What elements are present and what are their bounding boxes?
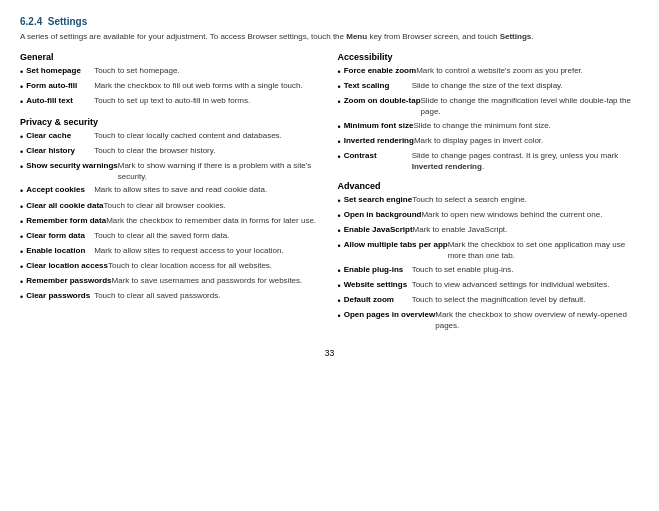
- general-list: Set homepage Touch to set homepage. Form…: [20, 66, 322, 108]
- item-desc: Touch to clear the browser history.: [94, 146, 321, 158]
- item-desc: Mark to allow sites to save and read coo…: [94, 185, 321, 197]
- section-general: General Set homepage Touch to set homepa…: [20, 52, 322, 108]
- list-item: Clear location access Touch to clear loc…: [20, 261, 322, 273]
- list-item: Clear all cookie data Touch to clear all…: [20, 201, 322, 213]
- section-number: 6.2.4: [20, 16, 42, 27]
- item-term: Minimum font size: [344, 121, 414, 133]
- list-item: Clear passwords Touch to clear all saved…: [20, 291, 322, 303]
- accessibility-heading: Accessibility: [338, 52, 640, 62]
- item-desc: Mark to save usernames and passwords for…: [112, 276, 322, 288]
- item-desc: Touch to set homepage.: [94, 66, 321, 78]
- section-advanced: Advanced Set search engine Touch to sele…: [338, 181, 640, 332]
- list-item: Enable plug-ins Touch to set enable plug…: [338, 265, 640, 277]
- item-term: Set search engine: [344, 195, 412, 207]
- advanced-list: Set search engine Touch to select a sear…: [338, 195, 640, 332]
- item-term: Clear location access: [26, 261, 108, 273]
- item-term: Show security warnings: [26, 161, 118, 183]
- item-desc: Slide to change the magnification level …: [421, 96, 639, 118]
- list-item: Clear form data Touch to clear all the s…: [20, 231, 322, 243]
- item-desc: Touch to set enable plug-ins.: [412, 265, 639, 277]
- list-item: Default zoom Touch to select the magnifi…: [338, 295, 640, 307]
- list-item: Auto-fill text Touch to set up text to a…: [20, 96, 322, 108]
- list-item: Clear cache Touch to clear locally cache…: [20, 131, 322, 143]
- left-column: General Set homepage Touch to set homepa…: [20, 50, 322, 340]
- item-desc: Touch to select a search engine.: [412, 195, 639, 207]
- right-column: Accessibility Force enable zoom Mark to …: [338, 50, 640, 340]
- list-item: Remember passwords Mark to save username…: [20, 276, 322, 288]
- item-term: Clear form data: [26, 231, 94, 243]
- item-term: Inverted rendering: [344, 136, 414, 148]
- section-name: Settings: [48, 16, 87, 27]
- item-desc: Touch to clear location access for all w…: [108, 261, 322, 273]
- item-desc: Mark to allow sites to request access to…: [94, 246, 321, 258]
- item-term: Zoom on double-tap: [344, 96, 421, 118]
- list-item: Set search engine Touch to select a sear…: [338, 195, 640, 207]
- intro-paragraph: A series of settings are available for y…: [20, 31, 639, 42]
- list-item: Inverted rendering Mark to display pages…: [338, 136, 640, 148]
- item-desc: Touch to select the magnification level …: [412, 295, 639, 307]
- item-term: Website settings: [344, 280, 412, 292]
- list-item: Minimum font size Slide to change the mi…: [338, 121, 640, 133]
- item-desc: Mark to show warning if there is a probl…: [118, 161, 322, 183]
- item-desc: Slide to change pages contrast. It is gr…: [412, 151, 639, 173]
- item-desc: Mark to enable JavaScript.: [413, 225, 639, 237]
- section-title: 6.2.4 Settings: [20, 16, 639, 27]
- item-term: Force enable zoom: [344, 66, 416, 78]
- item-term: Clear passwords: [26, 291, 94, 303]
- intro-text-part2: key from Browser screen, and touch: [369, 32, 497, 41]
- item-term: Open in background: [344, 210, 422, 222]
- item-term: Clear all cookie data: [26, 201, 103, 213]
- section-accessibility: Accessibility Force enable zoom Mark to …: [338, 52, 640, 173]
- item-term: Allow multiple tabs per app: [344, 240, 448, 262]
- list-item: Open pages in overview Mark the checkbox…: [338, 310, 640, 332]
- item-desc: Mark to open new windows behind the curr…: [421, 210, 639, 222]
- list-item: Text scaling Slide to change the size of…: [338, 81, 640, 93]
- item-term: Set homepage: [26, 66, 94, 78]
- list-item: Allow multiple tabs per app Mark the che…: [338, 240, 640, 262]
- list-item: Open in background Mark to open new wind…: [338, 210, 640, 222]
- main-content: General Set homepage Touch to set homepa…: [20, 50, 639, 340]
- list-item: Accept cookies Mark to allow sites to sa…: [20, 185, 322, 197]
- item-term: Contrast: [344, 151, 412, 173]
- item-desc: Touch to set up text to auto-fill in web…: [94, 96, 321, 108]
- item-term: Open pages in overview: [344, 310, 436, 332]
- list-item: Set homepage Touch to set homepage.: [20, 66, 322, 78]
- list-item: Zoom on double-tap Slide to change the m…: [338, 96, 640, 118]
- item-term: Clear history: [26, 146, 94, 158]
- list-item: Remember form data Mark the checkbox to …: [20, 216, 322, 228]
- item-desc: Mark the checkbox to remember data in fo…: [106, 216, 321, 228]
- intro-bold-settings: Settings: [500, 32, 532, 41]
- list-item: Enable JavaScript Mark to enable JavaScr…: [338, 225, 640, 237]
- item-term: Form auto-fill: [26, 81, 94, 93]
- list-item: Website settings Touch to view advanced …: [338, 280, 640, 292]
- accessibility-list: Force enable zoom Mark to control a webs…: [338, 66, 640, 173]
- item-term: Enable plug-ins: [344, 265, 412, 277]
- item-term: Remember form data: [26, 216, 106, 228]
- intro-bold-menu: Menu: [346, 32, 367, 41]
- item-desc: Mark to display pages in invert color.: [414, 136, 639, 148]
- item-term: Enable location: [26, 246, 94, 258]
- intro-text-part1: A series of settings are available for y…: [20, 32, 344, 41]
- section-privacy: Privacy & security Clear cache Touch to …: [20, 117, 322, 304]
- item-desc: Touch to view advanced settings for indi…: [412, 280, 639, 292]
- privacy-heading: Privacy & security: [20, 117, 322, 127]
- list-item: Contrast Slide to change pages contrast.…: [338, 151, 640, 173]
- item-desc: Mark the checkbox to set one application…: [448, 240, 639, 262]
- item-term: Enable JavaScript: [344, 225, 413, 237]
- list-item: Form auto-fill Mark the checkbox to fill…: [20, 81, 322, 93]
- item-desc: Touch to clear all the saved form data.: [94, 231, 321, 243]
- item-desc: Touch to clear all saved passwords.: [94, 291, 321, 303]
- item-desc: Touch to clear all browser cookies.: [104, 201, 322, 213]
- page-number: 33: [20, 348, 639, 358]
- item-desc: Mark the checkbox to fill out web forms …: [94, 81, 321, 93]
- intro-text-part3: .: [531, 32, 533, 41]
- list-item: Clear history Touch to clear the browser…: [20, 146, 322, 158]
- item-term: Clear cache: [26, 131, 94, 143]
- item-desc: Slide to change the size of the text dis…: [412, 81, 639, 93]
- item-desc: Mark the checkbox to show overview of ne…: [435, 310, 639, 332]
- item-desc: Touch to clear locally cached content an…: [94, 131, 321, 143]
- advanced-heading: Advanced: [338, 181, 640, 191]
- privacy-list: Clear cache Touch to clear locally cache…: [20, 131, 322, 304]
- general-heading: General: [20, 52, 322, 62]
- list-item: Show security warnings Mark to show warn…: [20, 161, 322, 183]
